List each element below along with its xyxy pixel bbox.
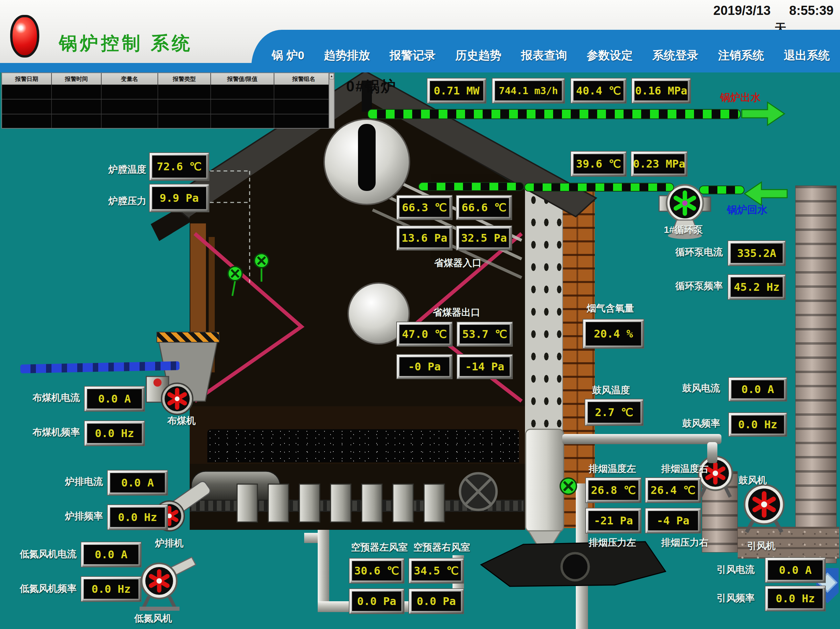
- date-text: 2019/3/13: [713, 3, 771, 18]
- coal-feeder-fan-icon[interactable]: [161, 383, 193, 415]
- grate-name-label: 炉排机: [155, 537, 183, 550]
- eco-outlet-temp2-display: 53.7 ℃: [456, 322, 513, 347]
- furnace-press-display: 9.9 Pa: [149, 184, 209, 212]
- economizer-outlet-label: 省煤器出口: [433, 306, 480, 319]
- supply-temp-display: 40.4 ℃: [570, 78, 627, 104]
- eco-inlet-temp2-display: 66.6 ℃: [456, 195, 512, 220]
- grate-current-label: 炉排电流: [65, 475, 103, 488]
- nav-report-query[interactable]: 报表查询: [521, 48, 567, 63]
- drum-sight-slot: [358, 124, 376, 191]
- ash-roller: [562, 553, 589, 580]
- dust-collector: [526, 429, 564, 531]
- blast-current-display: 0.0 A: [728, 377, 787, 402]
- eco-outlet-temp1-display: 47.0 ℃: [396, 322, 453, 347]
- nav-history-trend[interactable]: 历史趋势: [455, 48, 501, 63]
- flue-temp-left-label: 排烟温度左: [589, 462, 636, 475]
- eco-outlet-press1-display: -0 Pa: [396, 354, 453, 379]
- flue-temp-right-label: 排烟温度右: [661, 462, 709, 475]
- alarm-table-scrollbar[interactable]: ▲: [328, 73, 334, 128]
- lownox-freq-display: 0.0 Hz: [81, 576, 142, 602]
- pump-freq-label: 循环泵频率: [676, 280, 723, 293]
- flue-press-left-display: -21 Pa: [585, 508, 641, 534]
- eco-inlet-temp1-display: 66.3 ℃: [396, 195, 453, 220]
- lownox-current-label: 低氮风机电流: [20, 548, 77, 561]
- boiler-hmi-screen: 锅炉控制 系统 2019/3/13 8:55:39 天 锅 炉0 趋势排放 报警…: [0, 0, 840, 629]
- col-var-name: 变量名: [102, 73, 158, 85]
- time-text: 8:55:39: [789, 3, 834, 18]
- pump-name-label: 1#循环泵: [664, 224, 703, 236]
- induced-freq-label: 引风频率: [717, 592, 755, 605]
- pump-current-label: 循环泵电流: [676, 246, 723, 259]
- eco-inlet-press1-display: 13.6 Pa: [396, 225, 453, 251]
- flue-temp-right-display: 26.4 ℃: [645, 477, 701, 503]
- col-alarm-date: 报警日期: [2, 73, 52, 85]
- alarm-table: 报警日期 报警时间 变量名 报警类型 报警值/限值 报警组名 ▲: [2, 73, 335, 129]
- coal-bed: [207, 429, 519, 462]
- grate-freq-label: 炉排频率: [65, 510, 103, 523]
- blast-freq-display: 0.0 Hz: [728, 412, 787, 437]
- boiler-title: 0#锅炉: [346, 77, 396, 96]
- preheater-right-temp-display: 34.5 ℃: [409, 558, 464, 583]
- drum-feed-pipe: [418, 182, 524, 191]
- nav-trend-emission[interactable]: 趋势排放: [324, 48, 370, 63]
- return-water-label: 锅炉回水: [727, 203, 767, 217]
- main-menu: 锅 炉0 趋势排放 报警记录 历史趋势 报表查询 参数设定 系统登录 注销系统 …: [251, 30, 840, 73]
- flow-display: 744.1 m3/h: [492, 78, 565, 104]
- return-water-pipe-right: [699, 186, 744, 194]
- feeder-freq-label: 布煤机频率: [33, 426, 80, 439]
- flue-press-right-label: 排烟压力右: [661, 536, 709, 549]
- grate-freq-display: 0.0 Hz: [107, 504, 168, 530]
- nav-boiler0[interactable]: 锅 炉0: [272, 48, 304, 63]
- blast-temp-label: 鼓风温度: [592, 384, 630, 397]
- alarm-table-header: 报警日期 报警时间 变量名 报警类型 报警值/限值 报警组名: [2, 73, 334, 85]
- feeder-freq-display: 0.0 Hz: [84, 421, 145, 446]
- col-alarm-type: 报警类型: [158, 73, 212, 85]
- supply-press-display: 0.16 MPa: [632, 78, 691, 104]
- furnace-temp-label: 炉膛温度: [108, 163, 146, 176]
- blast-current-label: 鼓风电流: [682, 382, 720, 395]
- return-temp-display: 39.6 ℃: [570, 151, 627, 177]
- eco-inlet-press2-display: 32.5 Pa: [456, 225, 512, 251]
- induced-current-display: 0.0 A: [765, 557, 826, 583]
- scroll-up-arrow[interactable]: ▲: [329, 73, 334, 79]
- blast-fan-label: 鼓风机: [738, 474, 767, 487]
- alarm-table-body: [2, 85, 334, 128]
- eco-outlet-press2-display: -14 Pa: [456, 354, 513, 379]
- induced-fan-name-label: 引风机: [747, 540, 776, 552]
- pump-current-display: 335.2A: [728, 240, 786, 266]
- pump-freq-display: 45.2 Hz: [728, 274, 786, 300]
- flue-press-right-display: -4 Pa: [645, 508, 701, 534]
- preheater-left-press-display: 0.0 Pa: [349, 588, 404, 614]
- nav-param-setting[interactable]: 参数设定: [587, 48, 633, 63]
- col-alarm-time: 报警时间: [52, 73, 102, 85]
- preheater-right-label: 空预器右风室: [413, 541, 470, 554]
- furnace-temp-display: 72.6 ℃: [149, 152, 209, 181]
- flue-temp-left-display: 26.8 ℃: [585, 477, 641, 503]
- blast-freq-label: 鼓风频率: [682, 417, 720, 430]
- lownox-current-display: 0.0 A: [81, 542, 142, 568]
- nav-alarm-log[interactable]: 报警记录: [390, 48, 436, 63]
- oxygen-label: 烟气含氧量: [587, 302, 634, 315]
- supply-water-label: 锅炉出水: [720, 91, 761, 105]
- preheater-left-label: 空预器左风室: [351, 541, 408, 554]
- nav-exit[interactable]: 退出系统: [784, 48, 830, 63]
- air-chamber-blocks: [237, 484, 444, 522]
- induced-fan-icon[interactable]: [744, 485, 784, 524]
- col-alarm-group: 报警组名: [274, 73, 334, 85]
- supply-water-pipe: [368, 109, 741, 119]
- induced-freq-display: 0.0 Hz: [765, 586, 826, 612]
- blast-temp-display: 2.7 ℃: [584, 399, 644, 426]
- lownox-freq-label: 低氮风机频率: [20, 582, 77, 595]
- alarm-lamp-icon[interactable]: [10, 15, 39, 58]
- nav-logout[interactable]: 注销系统: [718, 48, 764, 63]
- low-nox-fan-icon[interactable]: [142, 563, 177, 599]
- col-alarm-value: 报警值/限值: [211, 73, 274, 85]
- economizer-inlet-label: 省煤器入口: [434, 257, 482, 270]
- feeder-name-label: 布煤机: [167, 415, 196, 427]
- feeder-current-label: 布煤机电流: [33, 391, 80, 404]
- nav-system-login[interactable]: 系统登录: [652, 48, 698, 63]
- preheater-right-press-display: 0.0 Pa: [409, 588, 464, 614]
- flue-damper-indicator-icon[interactable]: [560, 478, 576, 494]
- feeder-current-display: 0.0 A: [84, 386, 145, 411]
- preheater-left-temp-display: 30.6 ℃: [349, 558, 404, 583]
